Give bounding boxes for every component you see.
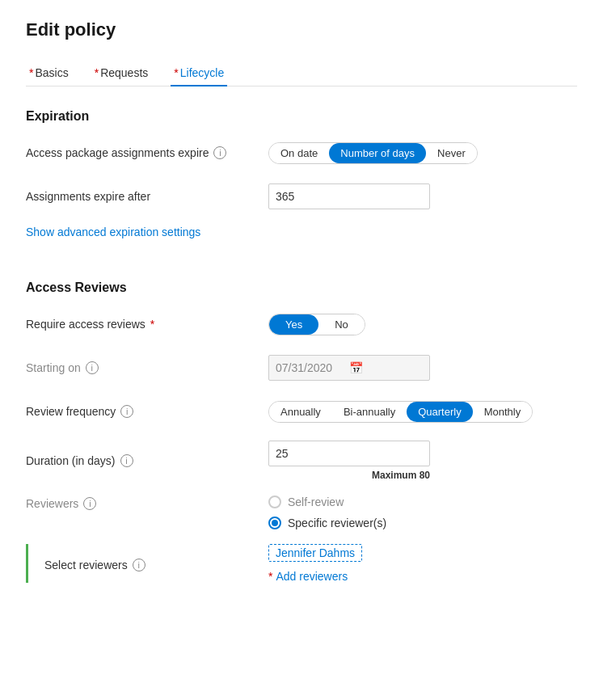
starting-on-control: 07/31/2020 📅 [268,355,577,381]
duration-label: Duration (in days) i [26,454,268,467]
duration-row: Duration (in days) i Maximum 80 [26,441,577,481]
expire-info-icon[interactable]: i [213,146,226,159]
select-reviewers-info-icon[interactable]: i [133,559,145,571]
require-reviews-control: Yes No [268,314,577,335]
add-reviewers-link[interactable]: * Add reviewers [268,570,577,583]
select-reviewers-section: Select reviewers i Jennifer Dahms * Add … [26,544,577,583]
review-freq-row: Review frequency i Annually Bi-annually … [26,397,577,426]
tab-requests[interactable]: *Requests [91,60,152,86]
review-freq-toggle-group: Annually Bi-annually Quarterly Monthly [268,401,533,423]
expire-after-input[interactable] [268,183,430,209]
reviewers-row: Reviewers i Self-review Specific reviewe… [26,495,577,529]
specific-reviewer-radio[interactable] [268,517,281,529]
date-input-wrapper[interactable]: 07/31/2020 📅 [268,355,430,381]
require-reviews-row: Require access reviews * Yes No [26,310,577,339]
expire-never-btn[interactable]: Never [426,143,477,163]
specific-reviewer-option[interactable]: Specific reviewer(s) [268,517,577,529]
tab-lifecycle[interactable]: *Lifecycle [171,60,227,86]
yes-btn[interactable]: Yes [269,314,318,335]
requests-required-star: * [95,66,99,79]
advanced-expiration-link-wrapper: Show advanced expiration settings [26,226,577,261]
reviewer-name[interactable]: Jennifer Dahms [268,544,362,562]
reviewer-section: Select reviewers i Jennifer Dahms * Add … [26,544,577,583]
advanced-expiration-link[interactable]: Show advanced expiration settings [26,226,200,238]
expire-after-label: Assignments expire after [26,190,268,203]
expire-number-days-btn[interactable]: Number of days [329,143,426,163]
yes-no-toggle-group: Yes No [268,314,365,335]
date-value: 07/31/2020 [276,361,349,374]
access-reviews-title: Access Reviews [26,280,577,295]
expire-on-date-btn[interactable]: On date [269,143,329,163]
reviewer-radio-group: Self-review Specific reviewer(s) [268,495,577,529]
page-title: Edit policy [26,19,577,40]
monthly-btn[interactable]: Monthly [473,402,533,422]
starting-on-row: Starting on i 07/31/2020 📅 [26,353,577,382]
expire-control: On date Number of days Never [268,142,577,164]
expiration-title: Expiration [26,109,577,124]
review-freq-control: Annually Bi-annually Quarterly Monthly [268,401,577,423]
expire-after-row: Assignments expire after [26,182,577,211]
duration-info-icon[interactable]: i [120,454,133,467]
annually-btn[interactable]: Annually [269,402,332,422]
expire-row: Access package assignments expire i On d… [26,138,577,167]
tab-basics[interactable]: *Basics [26,60,72,86]
max-note: Maximum 80 [268,470,430,481]
specific-reviewer-label: Specific reviewer(s) [288,517,386,529]
reviewer-name-wrapper: Jennifer Dahms [268,544,577,562]
review-freq-info-icon[interactable]: i [120,405,133,418]
add-reviewers-label: Add reviewers [276,570,348,583]
self-review-option[interactable]: Self-review [268,495,577,508]
reviewers-info-icon[interactable]: i [83,497,96,510]
quarterly-btn[interactable]: Quarterly [407,402,472,422]
starting-on-label: Starting on i [26,361,268,374]
add-reviewers-star: * [268,570,272,583]
duration-control: Maximum 80 [268,441,577,481]
duration-input[interactable] [268,441,430,466]
require-reviews-label: Require access reviews * [26,318,268,331]
expire-toggle-group: On date Number of days Never [268,142,478,164]
review-freq-label: Review frequency i [26,405,268,418]
bi-annually-btn[interactable]: Bi-annually [332,402,407,422]
require-reviews-star: * [150,318,154,331]
reviewers-control: Self-review Specific reviewer(s) [268,495,577,529]
lifecycle-required-star: * [174,66,178,79]
calendar-icon: 📅 [349,361,423,374]
no-btn[interactable]: No [318,314,365,335]
starting-on-info-icon[interactable]: i [86,361,99,374]
basics-required-star: * [29,66,33,79]
access-reviews-section: Access Reviews Require access reviews * … [26,280,577,583]
expire-label: Access package assignments expire i [26,146,268,159]
expire-after-control [268,183,577,209]
reviewers-label: Reviewers i [26,495,268,510]
tab-bar: *Basics *Requests *Lifecycle [26,60,577,86]
self-review-label: Self-review [288,495,344,508]
select-reviewers-label: Select reviewers i [44,544,268,583]
expiration-section: Expiration Access package assignments ex… [26,109,577,261]
self-review-radio[interactable] [268,495,281,508]
reviewer-content: Jennifer Dahms * Add reviewers [268,544,577,583]
